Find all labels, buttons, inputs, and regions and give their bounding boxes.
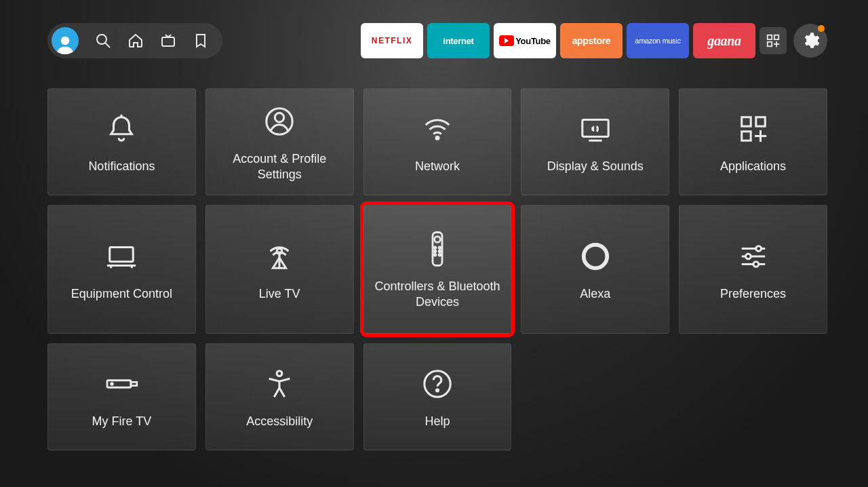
tile-label: Accessibility	[246, 414, 313, 429]
tile-label: Help	[425, 414, 450, 429]
profile-avatar[interactable]	[52, 27, 79, 54]
notification-dot	[818, 25, 825, 32]
sliders-icon	[738, 236, 769, 277]
svg-rect-3	[162, 37, 174, 46]
app-amazon-music[interactable]: amazon music	[627, 23, 689, 58]
tile-accessibility[interactable]: Accessibility	[205, 343, 354, 450]
tile-myfiretv[interactable]: My Fire TV	[47, 343, 196, 450]
settings-gear-icon[interactable]	[793, 24, 827, 58]
tile-equipment[interactable]: Equipment Control	[47, 205, 196, 334]
svg-point-30	[439, 250, 441, 252]
top-nav: NETFLIX internet YouTube appstore amazon…	[47, 20, 827, 61]
svg-point-37	[745, 254, 751, 259]
tile-label: Controllers & Bluetooth Devices	[372, 279, 503, 311]
tile-livetv[interactable]: Live TV	[205, 205, 354, 334]
tile-label: Live TV	[259, 286, 300, 302]
display-sound-icon	[580, 109, 611, 149]
accessibility-icon	[264, 364, 295, 404]
svg-rect-4	[768, 35, 772, 39]
svg-point-11	[275, 113, 283, 121]
tile-preferences[interactable]: Preferences	[679, 205, 827, 334]
svg-point-42	[111, 383, 113, 385]
svg-rect-6	[768, 42, 772, 46]
svg-point-46	[436, 389, 438, 391]
tile-controllers[interactable]: Controllers & Bluetooth Devices	[363, 205, 512, 334]
youtube-play-icon	[499, 35, 514, 46]
remote-icon	[422, 229, 453, 269]
tile-label: Notifications	[88, 159, 155, 174]
svg-point-1	[97, 35, 106, 44]
svg-point-12	[436, 137, 439, 140]
svg-rect-41	[131, 383, 137, 386]
tv-icon[interactable]	[160, 33, 176, 49]
tile-label: Applications	[720, 159, 786, 174]
svg-point-26	[435, 236, 441, 242]
bell-icon	[106, 109, 137, 149]
tile-label: Alexa	[580, 286, 610, 302]
svg-rect-16	[755, 117, 764, 126]
home-icon[interactable]	[127, 33, 144, 49]
tile-label: Account & Profile Settings	[214, 151, 345, 183]
antenna-icon	[264, 236, 295, 277]
tile-label: Equipment Control	[71, 286, 172, 302]
svg-line-2	[105, 43, 110, 47]
app-internet[interactable]: internet	[427, 23, 490, 58]
equipment-icon	[106, 236, 137, 277]
tile-help[interactable]: Help	[363, 343, 512, 450]
tile-label: Preferences	[720, 286, 786, 302]
svg-point-45	[425, 371, 450, 397]
settings-grid: Notifications Account & Profile Settings…	[47, 88, 827, 450]
firetv-stick-icon	[102, 364, 140, 404]
svg-point-35	[755, 246, 761, 252]
youtube-label: YouTube	[515, 36, 551, 46]
tile-account[interactable]: Account & Profile Settings	[205, 88, 354, 195]
search-icon[interactable]	[95, 33, 111, 49]
tile-label: Network	[415, 159, 460, 174]
apps-grid-icon	[738, 109, 769, 149]
bookmark-icon[interactable]	[193, 33, 209, 49]
tile-alexa[interactable]: Alexa	[521, 205, 669, 334]
alexa-ring-icon	[580, 236, 611, 277]
svg-point-39	[753, 262, 759, 267]
tile-label: Display & Sounds	[547, 159, 644, 174]
svg-rect-5	[774, 35, 778, 39]
svg-point-29	[434, 250, 436, 252]
svg-point-27	[434, 246, 436, 248]
svg-rect-17	[741, 132, 750, 140]
app-gaana[interactable]: gaana	[693, 23, 755, 58]
svg-point-31	[434, 254, 436, 256]
tile-applications[interactable]: Applications	[679, 88, 827, 195]
svg-point-43	[277, 371, 282, 376]
svg-point-33	[584, 245, 608, 269]
tile-label: My Fire TV	[92, 414, 152, 429]
app-appstore[interactable]: appstore	[560, 23, 623, 58]
help-icon	[422, 364, 453, 404]
svg-rect-20	[110, 248, 134, 262]
svg-rect-15	[741, 117, 750, 126]
svg-point-32	[439, 254, 441, 256]
app-shortcuts: NETFLIX internet YouTube appstore amazon…	[361, 23, 827, 58]
user-circle-icon	[264, 101, 295, 142]
all-apps-icon[interactable]	[760, 27, 787, 54]
wifi-icon	[422, 109, 453, 149]
svg-rect-13	[583, 120, 608, 137]
app-netflix[interactable]: NETFLIX	[361, 23, 423, 58]
tile-notifications[interactable]: Notifications	[47, 88, 196, 195]
app-youtube[interactable]: YouTube	[494, 23, 556, 58]
svg-point-28	[439, 246, 441, 248]
tile-display[interactable]: Display & Sounds	[521, 88, 669, 195]
nav-left-group	[47, 23, 222, 58]
svg-point-0	[61, 37, 70, 45]
tile-network[interactable]: Network	[363, 88, 512, 195]
